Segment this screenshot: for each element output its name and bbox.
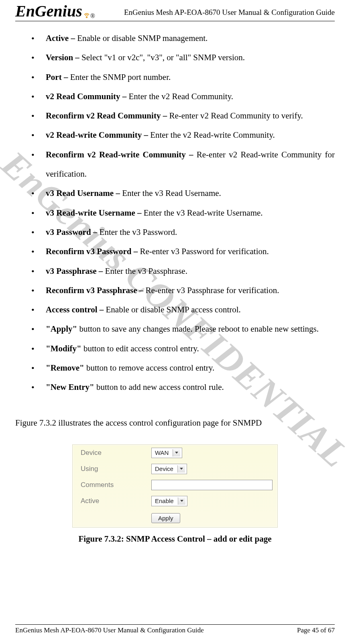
- bullet-bold-term: "Apply": [46, 324, 77, 334]
- bullet-description: Enter the v2 Read Community.: [129, 92, 234, 101]
- bullet-item: Version – Select "v1 or v2c", "v3", or "…: [31, 48, 335, 67]
- bullet-item: Reconfirm v2 Read Community – Re-enter v…: [31, 106, 335, 125]
- bullet-bold-term: v2 Read Community –: [46, 92, 129, 101]
- using-select[interactable]: Device: [151, 464, 187, 474]
- bullet-description: Re-enter v3 Passphrase for verification.: [145, 285, 279, 295]
- active-select[interactable]: Enable: [151, 496, 187, 506]
- bullet-description: Enter the v3 Read-write Username.: [144, 208, 263, 218]
- bullet-description: Enter the v3 Read Username.: [122, 188, 221, 198]
- bullet-description: button to save any changes made. Please …: [77, 324, 319, 334]
- bullet-description: Enable or disable SNMP management.: [77, 33, 208, 43]
- chevron-down-icon: [177, 465, 185, 473]
- logo-text: EnGenius: [15, 3, 82, 19]
- bullet-list: Active – Enable or disable SNMP manageme…: [15, 29, 335, 397]
- bullet-bold-term: v2 Read-write Community –: [46, 130, 150, 140]
- bullet-item: v3 Password – Enter the v3 Password.: [31, 222, 335, 242]
- bullet-bold-term: "Modify": [46, 344, 81, 353]
- bullet-bold-term: Access control –: [46, 305, 106, 314]
- header-title: EnGenius Mesh AP-EOA-8670 User Manual & …: [124, 8, 335, 19]
- bullet-description: Enter the SNMP port number.: [70, 72, 171, 82]
- bullet-description: Enter the v3 Passphrase.: [105, 266, 187, 276]
- using-select-value: Device: [155, 465, 173, 472]
- footer-left: EnGenius Mesh AP-EOA-8670 User Manual & …: [15, 626, 204, 634]
- device-select-value: WAN: [155, 449, 169, 456]
- bullet-item: Access control – Enable or disable SNMP …: [31, 300, 335, 319]
- bullet-item: Reconfirm v2 Read-write Community – Re-e…: [31, 145, 335, 184]
- bullet-bold-term: Reconfirm v2 Read-write Community –: [46, 150, 197, 159]
- apply-button[interactable]: Apply: [151, 513, 180, 523]
- bullet-bold-term: Reconfirm v2 Read Community –: [46, 111, 169, 120]
- device-select[interactable]: WAN: [151, 448, 182, 458]
- bullet-bold-term: v3 Read-write Username –: [46, 208, 144, 218]
- bullet-bold-term: "New Entry": [46, 382, 94, 392]
- bullet-item: Reconfirm v3 Passphrase – Re-enter v3 Pa…: [31, 281, 335, 300]
- logo: EnGenius ®: [15, 3, 95, 19]
- figure-intro-text: Figure 7.3.2 illustrates the access cont…: [15, 413, 335, 432]
- bullet-item: Active – Enable or disable SNMP manageme…: [31, 29, 335, 48]
- bullet-description: button to edit access control entry.: [81, 344, 199, 353]
- page-footer: EnGenius Mesh AP-EOA-8670 User Manual & …: [15, 624, 335, 634]
- bullet-bold-term: v3 Password –: [46, 227, 100, 237]
- bullet-bold-term: Active –: [46, 33, 77, 43]
- device-label: Device: [73, 445, 143, 461]
- bullet-item: "Apply" button to save any changes made.…: [31, 319, 335, 338]
- comments-input[interactable]: [151, 480, 273, 490]
- bullet-bold-term: "Remove": [46, 363, 84, 373]
- using-label: Using: [73, 461, 143, 477]
- page-header: EnGenius ® EnGenius Mesh AP-EOA-8670 Use…: [15, 0, 335, 21]
- bullet-bold-term: Reconfirm v3 Password –: [46, 247, 140, 256]
- figure-panel: Device WAN Using Device: [72, 444, 278, 528]
- bullet-bold-term: v3 Passphrase –: [46, 266, 105, 276]
- bullet-description: button to remove access control entry.: [84, 363, 215, 373]
- footer-right: Page 45 of 67: [297, 626, 335, 634]
- bullet-description: button to add new access control rule.: [94, 382, 224, 392]
- bullet-description: Re-enter v2 Read Community to verify.: [169, 111, 303, 120]
- bullet-item: Reconfirm v3 Password – Re-enter v3 Pass…: [31, 242, 335, 261]
- active-label: Active: [73, 493, 143, 509]
- document-page: EnGenius CONFIDENTIAL EnGenius ® EnGeniu…: [0, 0, 350, 644]
- bullet-description: Enable or disable SNMP access control.: [106, 305, 241, 314]
- bullet-item: "Remove" button to remove access control…: [31, 358, 335, 377]
- bullet-bold-term: Reconfirm v3 Passphrase –: [46, 285, 145, 295]
- bullet-bold-term: Version –: [46, 53, 81, 62]
- bullet-item: "Modify" button to edit access control e…: [31, 339, 335, 358]
- bullet-item: Port – Enter the SNMP port number.: [31, 67, 335, 87]
- figure-caption: Figure 7.3.2: SNMP Access Control – add …: [15, 534, 335, 544]
- bullet-description: Enter the v3 Password.: [100, 227, 177, 237]
- bullet-item: "New Entry" button to add new access con…: [31, 377, 335, 397]
- page-content: Active – Enable or disable SNMP manageme…: [15, 21, 335, 544]
- chevron-down-icon: [173, 449, 180, 457]
- bullet-item: v2 Read Community – Enter the v2 Read Co…: [31, 87, 335, 106]
- bullet-item: v3 Read-write Username – Enter the v3 Re…: [31, 203, 335, 222]
- bullet-bold-term: v3 Read Username –: [46, 188, 122, 198]
- chevron-down-icon: [178, 497, 185, 505]
- bullet-description: Select "v1 or v2c", "v3", or "all" SNMP …: [81, 53, 245, 62]
- bullet-item: v3 Passphrase – Enter the v3 Passphrase.: [31, 261, 335, 281]
- bullet-description: Enter the v2 Read-write Community.: [150, 130, 275, 140]
- wifi-icon: [83, 5, 90, 12]
- comments-label: Comments: [73, 477, 143, 493]
- trademark-symbol: ®: [90, 13, 95, 19]
- bullet-item: v2 Read-write Community – Enter the v2 R…: [31, 125, 335, 145]
- bullet-description: Re-enter v3 Password for verification.: [140, 247, 269, 256]
- active-select-value: Enable: [155, 497, 174, 504]
- bullet-item: v3 Read Username – Enter the v3 Read Use…: [31, 183, 335, 203]
- bullet-bold-term: Port –: [46, 72, 70, 82]
